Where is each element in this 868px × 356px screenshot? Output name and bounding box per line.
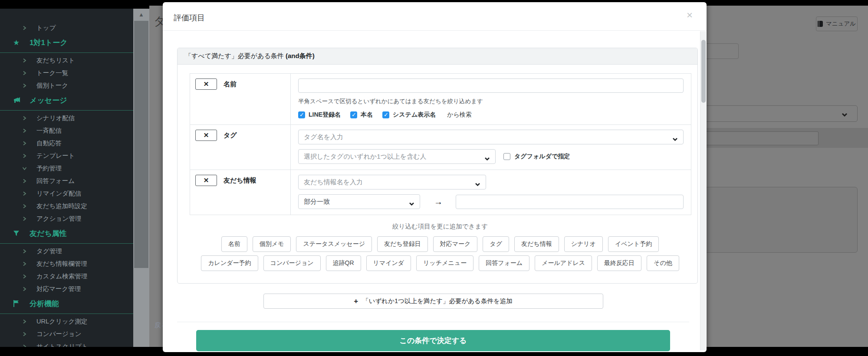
add-item-chip[interactable]: コンバージョン [263,255,321,271]
name-checkbox-group: LINE登録名 本名 システム表示名 [298,111,436,119]
chevron-down-icon [23,166,30,171]
tag-folder-checkbox[interactable]: タグフォルダで指定 [503,153,570,160]
sidebar-item-対応マーク管理[interactable]: 対応マーク管理 [0,283,133,295]
plus-icon: + [354,297,358,306]
add-item-chip[interactable]: 個別メモ [253,236,291,252]
background-textarea[interactable] [705,187,858,253]
remove-condition-button[interactable]: ✕ [195,78,217,90]
sidebar-item-アクション管理[interactable]: アクション管理 [0,212,133,225]
sidebar-section-1対1トーク[interactable]: ★ 1対1トーク [0,34,133,51]
add-item-chip[interactable]: リマインダ [366,255,411,271]
manual-button-label: マニュアル [826,20,856,28]
scrollbar-up-arrow-icon[interactable]: ▲ [133,11,149,18]
sidebar-item-テンプレート[interactable]: テンプレート [0,150,133,162]
and-conditions-body: ✕ 名前 半角スペースで区切るといずれかにあてはまる友だちを絞り込めます [178,65,697,283]
chevron-right-icon [23,344,30,347]
sidebar-item-リマインダ配信[interactable]: リマインダ配信 [0,187,133,200]
add-item-chip[interactable]: リッチメニュー [416,255,473,271]
add-item-chip[interactable]: 友だち情報 [514,236,559,252]
page-scrollbar[interactable]: ▲ [133,9,149,347]
filter-icon [13,230,24,237]
scrollbar-thumb[interactable] [134,21,148,268]
sidebar-item-個別トーク[interactable]: 個別トーク [0,79,133,92]
sidebar-item-友だち追加時設定[interactable]: 友だち追加時設定 [0,200,133,212]
sidebar-item-カスタム検索管理[interactable]: カスタム検索管理 [0,270,133,283]
add-item-chip[interactable]: その他 [647,255,679,271]
add-or-condition-label: 「いずれか1つ以上を満たす」必要がある条件を追加 [362,297,513,305]
sidebar-item-サイトスクリプト[interactable]: サイトスクリプト [0,340,133,347]
evaluation-criteria-modal: 評価項目 × 「すべて満たす」必要がある条件 (and条件) ✕ 名前 [163,2,707,352]
checkbox-icon[interactable] [503,153,510,160]
chevron-right-icon [23,204,30,209]
chevron-down-icon [475,180,480,188]
remove-condition-button[interactable]: ✕ [195,130,217,141]
add-item-chip[interactable]: ステータスメッセージ [296,236,372,252]
friend-info-name-select[interactable]: 友だち情報名を入力 [298,175,486,189]
right-arrow-icon: → [434,197,443,207]
chevron-right-icon [23,83,30,88]
add-item-chip[interactable]: 名前 [221,236,247,252]
sidebar-item-友だち情報欄管理[interactable]: 友だち情報欄管理 [0,258,133,270]
chevron-right-icon [23,26,30,30]
sidebar-section-分析機能[interactable]: 分析機能 [0,295,133,312]
add-item-chip[interactable]: 対応マーク [433,236,478,252]
add-item-chip[interactable]: シナリオ [564,236,603,252]
add-item-chip[interactable]: 回答フォーム [479,255,529,271]
and-conditions-header: 「すべて満たす」必要がある条件 (and条件) [178,48,697,65]
manual-button[interactable]: マニュアル [816,16,858,31]
match-type-select[interactable]: 部分一致 [298,194,420,209]
modal-footer: この条件で決定する [177,322,689,351]
add-item-chip[interactable]: カレンダー予約 [201,255,258,271]
add-item-chip[interactable]: 追跡QR [326,255,361,271]
sidebar-item-予約管理[interactable]: 予約管理 [0,162,133,175]
sidebar-item-URLクリック測定[interactable]: URLクリック測定 [0,315,133,328]
modal-scrollbar[interactable] [700,31,706,350]
tag-name-select[interactable]: タグ名を入力 [298,130,684,144]
chevron-down-icon [672,135,678,143]
sidebar-section-divider [0,110,133,111]
sidebar-item-一斉配信[interactable]: 一斉配信 [0,124,133,137]
condition-label: タグ [224,131,237,140]
sidebar-item-コンバージョン[interactable]: コンバージョン [0,328,133,340]
condition-table: ✕ 名前 半角スペースで区切るといずれかにあてはまる友だちを絞り込めます [190,73,691,215]
chevron-down-icon [484,155,490,162]
search-from-label: から検索 [447,111,472,119]
checkbox-icon[interactable] [382,111,389,118]
sidebar-section-divider [0,243,133,244]
add-item-chip[interactable]: 最終反応日 [597,255,641,271]
and-conditions-card: 「すべて満たす」必要がある条件 (and条件) ✕ 名前 半角スペ [177,48,698,284]
add-item-chip[interactable]: メールアドレス [535,255,592,271]
sidebar-item-トップ[interactable]: トップ [0,22,133,34]
sidebar-item-自動応答[interactable]: 自動応答 [0,137,133,150]
sidebar-item-友だちリスト[interactable]: 友だちリスト [0,54,133,67]
chevron-right-icon [23,274,30,279]
sidebar-item-回答フォーム[interactable]: 回答フォーム [0,175,133,187]
checkbox-icon[interactable] [298,111,305,118]
sidebar-item-タグ管理[interactable]: タグ管理 [0,245,133,258]
sidebar-section-メッセージ[interactable]: メッセージ [0,92,133,108]
add-or-condition-button[interactable]: + 「いずれか1つ以上を満たす」必要がある条件を追加 [263,294,603,309]
tag-match-select[interactable]: 選択したタグのいずれか1つ以上を含む人 [298,149,496,164]
remove-condition-button[interactable]: ✕ [195,175,217,186]
condition-row-tag: ✕ タグ タグ名を入力 選択したタグのいずれか1つ以上 [190,124,691,170]
add-item-chip[interactable]: 友だち登録日 [377,236,428,252]
flag-icon [13,300,24,307]
name-type-checkbox[interactable]: システム表示名 [382,111,436,119]
add-item-chip[interactable]: タグ [483,236,509,252]
name-type-checkbox[interactable]: 本名 [350,111,373,119]
star-icon: ★ [13,38,24,47]
submit-conditions-button[interactable]: この条件で決定する [196,330,670,351]
checkbox-icon[interactable] [350,111,357,118]
chevron-right-icon [23,216,30,221]
sidebar-section-友だち属性[interactable]: 友だち属性 [0,225,133,242]
sidebar-item-トーク一覧[interactable]: トーク一覧 [0,67,133,79]
add-item-chip[interactable]: イベント予約 [608,236,659,252]
name-search-input[interactable] [298,78,684,93]
condition-row-name: ✕ 名前 半角スペースで区切るといずれかにあてはまる友だちを絞り込めます [190,74,691,124]
close-icon[interactable]: × [687,10,693,20]
friend-info-value-input[interactable] [456,195,684,209]
sidebar-item-シナリオ配信[interactable]: シナリオ配信 [0,112,133,124]
modal-scrollbar-thumb[interactable] [701,40,706,103]
name-type-checkbox[interactable]: LINE登録名 [298,111,341,119]
chevron-right-icon [23,179,30,183]
